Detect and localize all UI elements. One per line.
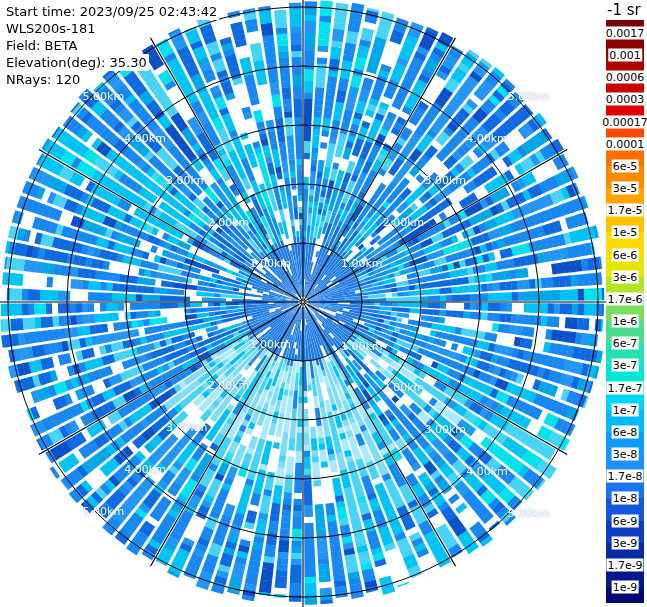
- colorbar-tick-label: 1e-9: [612, 581, 639, 594]
- colorbar-tick-label: 6e-6: [612, 248, 639, 261]
- start-time-label: Start time: 2023/09/25 02:43:42: [4, 3, 219, 20]
- colorbar-tick-label: 1.7e-9: [606, 558, 643, 571]
- range-ring-label: 1.00km: [341, 257, 383, 270]
- field-label: Field: BETA: [4, 37, 79, 54]
- range-ring-label: 3.00km: [166, 173, 208, 186]
- range-ring-label: 4.00km: [124, 462, 166, 475]
- colorbar-title: -1 sr: [607, 1, 641, 19]
- range-ring-label: 3.00km: [424, 173, 466, 186]
- colorbar-tick-label: 0.0017: [605, 27, 646, 40]
- range-ring-label: 5.00km: [83, 90, 125, 103]
- range-ring-label: 4.00km: [466, 132, 508, 145]
- colorbar-tick-label: 0.0001: [605, 137, 646, 150]
- colorbar-tick-label: 1.7e-5: [606, 204, 643, 217]
- range-ring-label: 4.00km: [124, 132, 166, 145]
- colorbar-tick-label: 3e-9: [612, 536, 639, 549]
- colorbar-tick-label: 1.7e-7: [606, 381, 643, 394]
- colorbar-tick-label: 6e-5: [612, 159, 639, 172]
- colorbar-tick-label: 1.7e-6: [606, 292, 643, 305]
- scan-info-panel: Start time: 2023/09/25 02:43:42 WLS200s-…: [4, 3, 219, 88]
- range-ring-label: 3.00km: [424, 423, 466, 436]
- range-ring-label: 2.00km: [208, 215, 250, 228]
- colorbar-tick-label: 3e-7: [612, 359, 639, 372]
- instrument-label: WLS200s-181: [4, 20, 97, 37]
- colorbar-tick-label: 0.0003: [605, 93, 646, 106]
- range-ring-label: 1.00km: [249, 257, 291, 270]
- range-ring-label: 2.00km: [383, 215, 425, 228]
- elevation-label: Elevation(deg): 35.30: [4, 54, 149, 71]
- nrays-label: NRays: 120: [4, 71, 82, 88]
- colorbar-tick-label: 6e-8: [612, 425, 639, 438]
- range-ring-label: 5.00km: [508, 90, 550, 103]
- range-ring-label: 3.00km: [166, 421, 208, 434]
- colorbar-tick-label: 1.7e-8: [606, 470, 643, 483]
- range-ring-label: 5.00km: [83, 504, 125, 517]
- colorbar-tick-label: 1e-8: [612, 492, 639, 505]
- colorbar-tick-label: 1e-6: [612, 315, 639, 328]
- range-ring-label: 4.00km: [466, 464, 508, 477]
- range-ring-label: 2.00km: [208, 379, 250, 392]
- ppi-figure: Start time: 2023/09/25 02:43:42 WLS200s-…: [0, 0, 647, 607]
- colorbar-tick-label: 1e-5: [612, 226, 639, 239]
- range-ring-label: 1.00km: [249, 337, 291, 350]
- colorbar-tick-label: 0.0006: [605, 71, 646, 84]
- colorbar-tick-label: 0.00017: [601, 115, 647, 128]
- range-ring-label: 1.00km: [341, 339, 383, 352]
- colorbar-tick-label: 6e-7: [612, 337, 639, 350]
- colorbar-tick-label: 1e-7: [612, 403, 639, 416]
- colorbar-tick-label: 3e-5: [612, 182, 639, 195]
- colorbar-tick-label: 3e-6: [612, 270, 639, 283]
- colorbar-tick-label: 0.001: [608, 49, 642, 62]
- range-ring-label: 2.00km: [383, 381, 425, 394]
- colorbar-tick-label: 6e-9: [612, 514, 639, 527]
- colorbar-tick-label: 3e-8: [612, 448, 639, 461]
- range-ring-label: 5.00km: [508, 506, 550, 519]
